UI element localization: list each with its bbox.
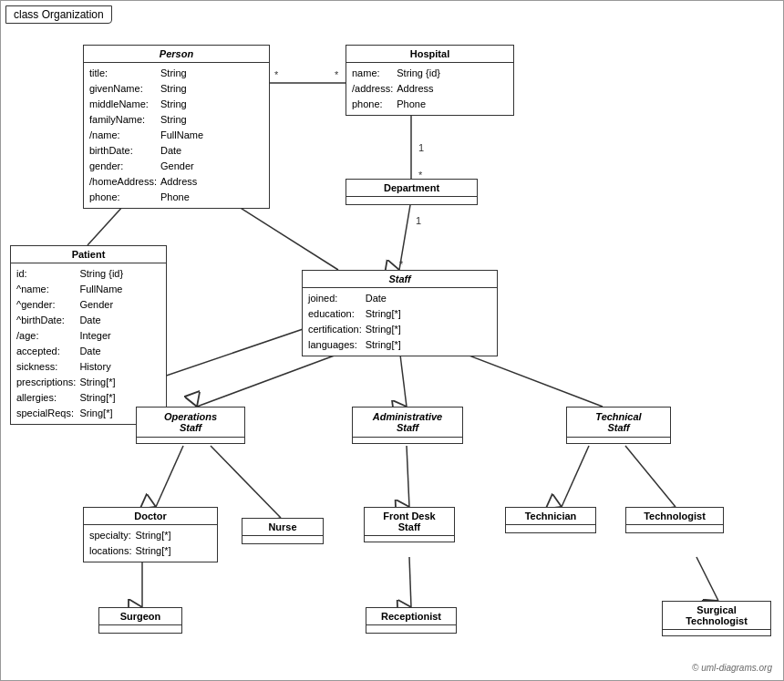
technologist-class: Technologist [625, 507, 724, 533]
svg-line-23 [625, 446, 676, 507]
surgical-technologist-title: SurgicalTechnologist [663, 602, 770, 630]
person-class: Person title:String givenName:String mid… [83, 45, 270, 209]
svg-line-26 [696, 557, 718, 601]
doctor-class: Doctor specialty:String[*] locations:Str… [83, 507, 218, 562]
person-body: title:String givenName:String middleName… [84, 63, 269, 208]
operations-staff-title: OperationsStaff [137, 408, 244, 438]
front-desk-title: Front DeskStaff [365, 508, 454, 536]
department-body [346, 197, 477, 204]
receptionist-class: Receptionist [366, 607, 457, 634]
svg-line-25 [409, 557, 411, 607]
copyright-text: © uml-diagrams.org [692, 663, 772, 673]
technician-class: Technician [505, 507, 596, 533]
admin-staff-title: AdministrativeStaff [353, 408, 462, 438]
technical-staff-title: TechnicalStaff [567, 408, 670, 438]
front-desk-class: Front DeskStaff [364, 507, 455, 542]
svg-line-21 [407, 446, 409, 507]
nurse-class: Nurse [242, 518, 324, 544]
hospital-class: Hospital name:String {id} /address:Addre… [346, 45, 514, 116]
svg-text:*: * [274, 69, 279, 80]
svg-text:1: 1 [418, 142, 424, 153]
hospital-title: Hospital [346, 46, 513, 63]
svg-line-19 [156, 446, 183, 507]
svg-text:*: * [399, 259, 404, 270]
technical-staff-class: TechnicalStaff [566, 407, 671, 444]
surgeon-class: Surgeon [98, 607, 182, 634]
doctor-body: specialty:String[*] locations:String[*] [84, 525, 217, 562]
staff-class: Staff joined:Date education:String[*] ce… [302, 270, 498, 356]
svg-line-20 [211, 446, 281, 518]
hospital-body: name:String {id} /address:Address phone:… [346, 63, 513, 115]
patient-class: Patient id:String {id} ^name:FullName ^g… [10, 245, 167, 425]
staff-title: Staff [303, 271, 497, 288]
admin-staff-class: AdministrativeStaff [352, 407, 463, 444]
svg-line-9 [399, 200, 411, 270]
patient-body: id:String {id} ^name:FullName ^gender:Ge… [11, 263, 166, 424]
staff-body: joined:Date education:String[*] certific… [303, 288, 497, 356]
technologist-title: Technologist [626, 508, 723, 525]
svg-line-22 [562, 446, 589, 507]
svg-text:*: * [335, 69, 339, 80]
patient-title: Patient [11, 246, 166, 263]
nurse-title: Nurse [242, 519, 323, 536]
uml-diagram: class Organization 1 * [0, 0, 784, 681]
surgeon-title: Surgeon [99, 608, 181, 625]
diagram-title: class Organization [5, 5, 112, 24]
receptionist-title: Receptionist [366, 608, 456, 625]
doctor-title: Doctor [84, 508, 217, 525]
surgical-technologist-class: SurgicalTechnologist [662, 601, 771, 636]
operations-staff-class: OperationsStaff [136, 407, 245, 444]
department-title: Department [346, 180, 477, 197]
svg-text:1: 1 [416, 215, 421, 226]
department-class: Department [346, 179, 478, 205]
person-title: Person [84, 46, 269, 63]
technician-title: Technician [506, 508, 595, 525]
